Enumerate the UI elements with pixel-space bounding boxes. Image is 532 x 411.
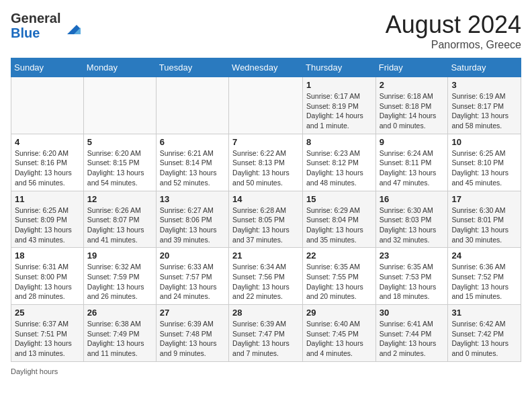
calendar-cell: 12Sunrise: 6:26 AM Sunset: 8:07 PM Dayli… [83, 191, 156, 248]
day-number: 1 [306, 80, 372, 90]
calendar-cell [156, 77, 228, 134]
day-number: 14 [232, 194, 299, 204]
day-number: 24 [451, 250, 517, 261]
day-number: 4 [15, 137, 80, 147]
calendar-week-row: 1Sunrise: 6:17 AM Sunset: 8:19 PM Daylig… [11, 77, 521, 134]
day-info: Sunrise: 6:26 AM Sunset: 8:07 PM Dayligh… [87, 205, 152, 245]
calendar-header-row: SundayMondayTuesdayWednesdayThursdayFrid… [11, 58, 521, 77]
day-info: Sunrise: 6:23 AM Sunset: 8:12 PM Dayligh… [306, 148, 372, 188]
day-number: 26 [87, 308, 152, 318]
day-number: 10 [451, 137, 517, 147]
day-info: Sunrise: 6:22 AM Sunset: 8:13 PM Dayligh… [232, 148, 299, 188]
day-number: 16 [380, 194, 445, 204]
calendar-cell: 13Sunrise: 6:27 AM Sunset: 8:06 PM Dayli… [156, 191, 228, 248]
day-info: Sunrise: 6:30 AM Sunset: 8:01 PM Dayligh… [451, 205, 517, 245]
day-info: Sunrise: 6:28 AM Sunset: 8:05 PM Dayligh… [232, 205, 299, 245]
calendar-week-row: 4Sunrise: 6:20 AM Sunset: 8:16 PM Daylig… [11, 134, 521, 191]
logo-blue-text: Blue [11, 26, 40, 40]
calendar-cell: 30Sunrise: 6:41 AM Sunset: 7:44 PM Dayli… [375, 305, 448, 362]
calendar-day-header: Saturday [448, 58, 521, 77]
calendar-cell: 17Sunrise: 6:30 AM Sunset: 8:01 PM Dayli… [448, 191, 521, 248]
day-number: 21 [232, 250, 299, 261]
month-year: August 2024 [386, 11, 521, 39]
day-info: Sunrise: 6:32 AM Sunset: 7:59 PM Dayligh… [87, 262, 152, 302]
daylight-label: Daylight hours [11, 367, 58, 375]
calendar-table: SundayMondayTuesdayWednesdayThursdayFrid… [11, 58, 521, 362]
day-info: Sunrise: 6:31 AM Sunset: 8:00 PM Dayligh… [15, 262, 80, 302]
day-info: Sunrise: 6:34 AM Sunset: 7:56 PM Dayligh… [232, 262, 299, 302]
day-number: 7 [232, 137, 299, 147]
day-info: Sunrise: 6:27 AM Sunset: 8:06 PM Dayligh… [160, 205, 225, 245]
day-number: 29 [306, 308, 372, 318]
day-info: Sunrise: 6:35 AM Sunset: 7:53 PM Dayligh… [380, 262, 445, 302]
day-info: Sunrise: 6:33 AM Sunset: 7:57 PM Dayligh… [160, 262, 225, 302]
day-number: 2 [380, 80, 445, 90]
day-info: Sunrise: 6:42 AM Sunset: 7:42 PM Dayligh… [451, 319, 517, 359]
day-number: 9 [380, 137, 445, 147]
calendar-cell: 16Sunrise: 6:30 AM Sunset: 8:03 PM Dayli… [375, 191, 448, 248]
calendar-cell: 7Sunrise: 6:22 AM Sunset: 8:13 PM Daylig… [229, 134, 303, 191]
day-number: 23 [380, 250, 445, 261]
calendar-cell: 11Sunrise: 6:25 AM Sunset: 8:09 PM Dayli… [11, 191, 84, 248]
day-info: Sunrise: 6:38 AM Sunset: 7:49 PM Dayligh… [87, 319, 152, 359]
calendar-day-header: Monday [83, 58, 156, 77]
day-number: 15 [306, 194, 372, 204]
calendar-week-row: 18Sunrise: 6:31 AM Sunset: 8:00 PM Dayli… [11, 248, 521, 305]
calendar-week-row: 11Sunrise: 6:25 AM Sunset: 8:09 PM Dayli… [11, 191, 521, 248]
day-info: Sunrise: 6:19 AM Sunset: 8:17 PM Dayligh… [451, 91, 517, 131]
day-info: Sunrise: 6:39 AM Sunset: 7:48 PM Dayligh… [160, 319, 225, 359]
day-number: 11 [15, 194, 80, 204]
day-info: Sunrise: 6:37 AM Sunset: 7:51 PM Dayligh… [15, 319, 80, 359]
calendar-cell: 9Sunrise: 6:24 AM Sunset: 8:11 PM Daylig… [375, 134, 448, 191]
calendar-cell: 2Sunrise: 6:18 AM Sunset: 8:18 PM Daylig… [375, 77, 448, 134]
calendar-cell: 6Sunrise: 6:21 AM Sunset: 8:14 PM Daylig… [156, 134, 228, 191]
calendar-day-header: Tuesday [156, 58, 228, 77]
calendar-cell: 26Sunrise: 6:38 AM Sunset: 7:49 PM Dayli… [83, 305, 156, 362]
day-number: 12 [87, 194, 152, 204]
day-info: Sunrise: 6:39 AM Sunset: 7:47 PM Dayligh… [232, 319, 299, 359]
calendar-cell: 5Sunrise: 6:20 AM Sunset: 8:15 PM Daylig… [83, 134, 156, 191]
day-number: 5 [87, 137, 152, 147]
day-info: Sunrise: 6:21 AM Sunset: 8:14 PM Dayligh… [160, 148, 225, 188]
day-number: 8 [306, 137, 372, 147]
footer: Daylight hours [11, 367, 521, 375]
day-info: Sunrise: 6:18 AM Sunset: 8:18 PM Dayligh… [380, 91, 445, 131]
calendar-cell: 1Sunrise: 6:17 AM Sunset: 8:19 PM Daylig… [303, 77, 376, 134]
calendar-cell: 25Sunrise: 6:37 AM Sunset: 7:51 PM Dayli… [11, 305, 84, 362]
day-number: 13 [160, 194, 225, 204]
day-info: Sunrise: 6:40 AM Sunset: 7:45 PM Dayligh… [306, 319, 372, 359]
day-info: Sunrise: 6:25 AM Sunset: 8:09 PM Dayligh… [15, 205, 80, 245]
day-info: Sunrise: 6:17 AM Sunset: 8:19 PM Dayligh… [306, 91, 372, 131]
calendar-cell: 19Sunrise: 6:32 AM Sunset: 7:59 PM Dayli… [83, 248, 156, 305]
calendar-cell: 15Sunrise: 6:29 AM Sunset: 8:04 PM Dayli… [303, 191, 376, 248]
day-number: 20 [160, 250, 225, 261]
day-number: 30 [380, 308, 445, 318]
day-info: Sunrise: 6:29 AM Sunset: 8:04 PM Dayligh… [306, 205, 372, 245]
day-number: 19 [87, 250, 152, 261]
location: Panormos, Greece [386, 39, 521, 51]
day-info: Sunrise: 6:36 AM Sunset: 7:52 PM Dayligh… [451, 262, 517, 302]
title-block: August 2024 Panormos, Greece [386, 11, 521, 51]
logo: General Blue [11, 11, 82, 40]
day-info: Sunrise: 6:41 AM Sunset: 7:44 PM Dayligh… [380, 319, 445, 359]
calendar-cell [11, 77, 84, 134]
calendar-cell: 31Sunrise: 6:42 AM Sunset: 7:42 PM Dayli… [448, 305, 521, 362]
day-info: Sunrise: 6:25 AM Sunset: 8:10 PM Dayligh… [451, 148, 517, 188]
calendar-cell: 22Sunrise: 6:35 AM Sunset: 7:55 PM Dayli… [303, 248, 376, 305]
calendar-cell: 14Sunrise: 6:28 AM Sunset: 8:05 PM Dayli… [229, 191, 303, 248]
day-info: Sunrise: 6:20 AM Sunset: 8:16 PM Dayligh… [15, 148, 80, 188]
calendar-cell: 3Sunrise: 6:19 AM Sunset: 8:17 PM Daylig… [448, 77, 521, 134]
day-number: 18 [15, 250, 80, 261]
day-info: Sunrise: 6:30 AM Sunset: 8:03 PM Dayligh… [380, 205, 445, 245]
day-number: 27 [160, 308, 225, 318]
calendar-week-row: 25Sunrise: 6:37 AM Sunset: 7:51 PM Dayli… [11, 305, 521, 362]
day-number: 3 [451, 80, 517, 90]
calendar-cell: 20Sunrise: 6:33 AM Sunset: 7:57 PM Dayli… [156, 248, 228, 305]
calendar-cell: 21Sunrise: 6:34 AM Sunset: 7:56 PM Dayli… [229, 248, 303, 305]
calendar-day-header: Friday [375, 58, 448, 77]
logo-general-text: General [11, 11, 60, 26]
day-number: 22 [306, 250, 372, 261]
logo-icon [62, 15, 82, 36]
day-number: 17 [451, 194, 517, 204]
page-header: General Blue August 2024 Panormos, Greec… [11, 11, 521, 51]
